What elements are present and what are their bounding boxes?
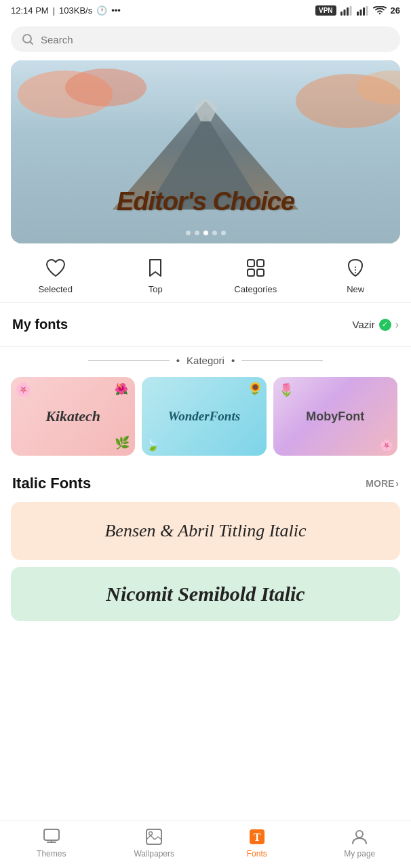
card-mobyfont-label: MobyFont: [306, 410, 364, 424]
flower-icon-5: 🍃: [146, 439, 159, 452]
flower-icon-7: 🌸: [380, 439, 393, 452]
svg-rect-20: [257, 269, 264, 276]
wallpapers-icon: [144, 827, 163, 846]
vpn-badge: VPN: [315, 5, 336, 16]
dot-2: [195, 231, 199, 235]
flower-icon-3: 🌺: [115, 382, 128, 395]
category-cards: 🌸 🌿 🌺 Kikatech 🌻 🍃 WonderFonts 🌷 🌸 MobyF…: [0, 377, 411, 469]
dot-4: [212, 231, 217, 235]
kategori-label: • Kategori •: [0, 349, 411, 377]
italic-fonts-header: Italic Fonts MORE ›: [0, 469, 411, 502]
svg-rect-0: [340, 12, 342, 16]
grid-icon: [243, 256, 268, 280]
search-bar[interactable]: [11, 26, 400, 52]
network-speed: 103KB/s: [59, 5, 92, 16]
clock-icon: 🕐: [96, 5, 107, 16]
more-text: MORE: [366, 478, 394, 489]
kategori-line-right: [241, 360, 323, 361]
flower-icon-6: 🌷: [279, 382, 294, 397]
heart-icon: [43, 256, 68, 280]
my-fonts-title: My fonts: [12, 317, 68, 332]
svg-rect-5: [359, 9, 361, 16]
kategori-line-left: [88, 360, 170, 361]
flower-icon-4: 🌻: [248, 381, 262, 396]
bottom-nav-fonts[interactable]: T Fonts: [206, 827, 309, 859]
nav-selected[interactable]: Selected: [5, 256, 106, 294]
status-right: VPN 26: [315, 5, 400, 16]
italic-fonts-title: Italic Fonts: [12, 475, 91, 492]
more-button[interactable]: MORE ›: [366, 478, 399, 489]
time: 12:14 PM: [11, 5, 49, 16]
mypage-label: My page: [344, 849, 375, 859]
bookmark-icon: [143, 256, 168, 280]
svg-rect-2: [347, 7, 349, 16]
dot-5: [221, 231, 226, 235]
chevron-right-icon: ›: [395, 319, 399, 331]
nav-top[interactable]: Top: [106, 256, 206, 294]
nav-new-label: New: [347, 284, 364, 294]
svg-rect-6: [363, 7, 365, 16]
font-card-bensen[interactable]: Bensen & Abril Titling Italic: [11, 502, 400, 560]
fonts-label: Fonts: [247, 849, 267, 859]
search-icon: [22, 33, 34, 45]
divider-pipe: |: [53, 5, 55, 16]
wallpapers-label: Wallpapers: [134, 849, 174, 859]
status-left: 12:14 PM | 103KB/s 🕐 •••: [11, 5, 121, 16]
current-font-name: Vazir: [353, 319, 375, 330]
flower-icon-2: 🌿: [115, 435, 130, 450]
svg-rect-19: [248, 269, 254, 276]
bottom-nav-wallpapers[interactable]: Wallpapers: [103, 827, 206, 859]
bottom-nav-mypage[interactable]: My page: [309, 827, 412, 859]
hero-dots: [11, 231, 400, 235]
svg-rect-17: [248, 260, 254, 267]
svg-rect-1: [343, 9, 345, 16]
svg-rect-7: [366, 6, 368, 16]
nav-categories-label: Categories: [234, 284, 277, 294]
more-icon: •••: [111, 5, 121, 16]
check-icon: ✓: [379, 319, 391, 331]
hero-title: Editor's Choice: [11, 187, 400, 216]
nav-top-label: Top: [149, 284, 163, 294]
bottom-nav-themes[interactable]: Themes: [0, 827, 103, 859]
signal-icon-2: [357, 6, 369, 16]
mypage-icon: [350, 827, 369, 846]
nav-categories[interactable]: Categories: [206, 256, 306, 294]
category-card-wonderfonts[interactable]: 🌻 🍃 WonderFonts: [142, 377, 266, 456]
status-bar: 12:14 PM | 103KB/s 🕐 ••• VPN: [0, 0, 411, 21]
bottom-nav: Themes Wallpapers T Fonts My page: [0, 820, 411, 868]
svg-text:T: T: [253, 831, 260, 843]
more-chevron-icon: ›: [395, 478, 399, 489]
card-kikatech-label: Kikatech: [45, 408, 100, 425]
wifi-icon: [373, 6, 387, 16]
search-input[interactable]: [41, 34, 389, 45]
nav-new[interactable]: New: [306, 256, 406, 294]
dot-bullet-2: •: [231, 355, 235, 366]
svg-rect-3: [349, 6, 351, 16]
dot-3: [203, 231, 208, 235]
svg-rect-4: [357, 12, 359, 16]
divider-1: [0, 302, 411, 303]
font-card-nicomit[interactable]: Nicomit Semibold Italic: [11, 567, 400, 621]
flower-icon-1: 🌸: [15, 381, 32, 397]
nav-selected-label: Selected: [38, 284, 73, 294]
fonts-icon: T: [248, 827, 267, 846]
kategori-text: Kategori: [187, 355, 224, 366]
category-card-mobyfont[interactable]: 🌷 🌸 MobyFont: [273, 377, 397, 456]
divider-2: [0, 346, 411, 347]
hero-banner: Editor's Choice: [11, 60, 400, 243]
themes-label: Themes: [37, 849, 66, 859]
themes-icon: [42, 827, 61, 846]
font-nicomit-label: Nicomit Semibold Italic: [106, 583, 305, 606]
signal-icon: [340, 6, 353, 16]
my-fonts-right[interactable]: Vazir ✓ ›: [353, 319, 399, 331]
svg-point-23: [149, 832, 153, 835]
my-fonts-row[interactable]: My fonts Vazir ✓ ›: [0, 306, 411, 343]
battery-level: 26: [391, 5, 400, 16]
svg-point-26: [356, 831, 363, 837]
category-card-kikatech[interactable]: 🌸 🌿 🌺 Kikatech: [11, 377, 135, 456]
dot-1: [186, 231, 191, 235]
dot-bullet: •: [176, 355, 180, 366]
leaf-icon: [343, 256, 368, 280]
nav-icons: Selected Top Categories New: [0, 243, 411, 300]
svg-rect-18: [257, 260, 264, 267]
